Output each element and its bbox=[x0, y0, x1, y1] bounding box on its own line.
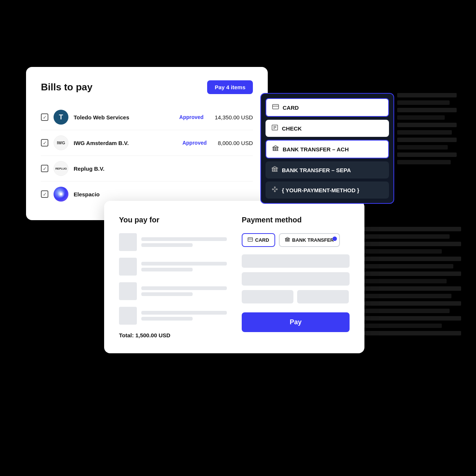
vendor-logo-iwg: IWG bbox=[54, 135, 68, 150]
pay-button[interactable]: Pay bbox=[242, 312, 350, 332]
bill-row-replug: REPLUG Replug B.V. bbox=[41, 156, 253, 181]
skel-line-3b bbox=[141, 292, 193, 296]
svg-rect-9 bbox=[273, 148, 274, 150]
svg-rect-13 bbox=[274, 169, 275, 171]
svg-rect-3 bbox=[273, 104, 279, 109]
dialog-left-title: You pay for bbox=[119, 216, 227, 224]
skel-square-2 bbox=[119, 258, 137, 276]
bill-row-toledo: T Toledo Web Services Approved 14,350.00… bbox=[41, 104, 253, 130]
pm-card-label: CARD bbox=[283, 104, 299, 111]
skel-line-3a bbox=[141, 286, 227, 290]
skeleton-item-4 bbox=[119, 307, 227, 325]
skel-line-1b bbox=[141, 243, 193, 247]
decorative-stripes-top bbox=[397, 93, 457, 167]
payment-methods-panel: CARD CHECK bbox=[260, 93, 394, 204]
bills-header: Bills to pay Pay 4 items bbox=[41, 80, 253, 94]
dialog-right-title: Payment method bbox=[242, 216, 350, 224]
checkbox-toledo[interactable] bbox=[41, 113, 48, 121]
bill-row-iwg: IWG IWG Amsterdam B.V. Approved 8,000.00… bbox=[41, 130, 253, 156]
pm-custom-option[interactable]: { YOUR-PAYMENT-METHOD } bbox=[266, 181, 389, 199]
svg-rect-26 bbox=[287, 239, 287, 241]
tab-bank-icon bbox=[285, 237, 290, 243]
skel-square-4 bbox=[119, 307, 137, 325]
skel-line-4a bbox=[141, 311, 227, 315]
pm-bank-ach-label: BANK TRANSFER – ACH bbox=[283, 146, 349, 152]
vendor-logo-replug: REPLUG bbox=[54, 161, 68, 176]
skel-line-2a bbox=[141, 262, 227, 266]
pm-bank-sepa-option[interactable]: BANK TRANSFER – SEPA bbox=[266, 161, 389, 178]
bank-ach-icon bbox=[272, 145, 279, 153]
vendor-name-replug: Replug B.V. bbox=[74, 165, 253, 172]
vendor-name-elespacio: Elespacio bbox=[74, 191, 253, 197]
tab-card-icon bbox=[248, 237, 253, 243]
svg-rect-27 bbox=[288, 239, 289, 241]
svg-point-18 bbox=[276, 189, 277, 190]
vendor-logo-elespacio bbox=[54, 187, 68, 202]
skel-lines-1 bbox=[141, 237, 227, 247]
tab-bank-transfer[interactable]: BANK TRANSFER bbox=[279, 233, 340, 247]
skel-line-2b bbox=[141, 268, 193, 271]
skel-lines-4 bbox=[141, 311, 227, 321]
svg-point-17 bbox=[274, 191, 276, 192]
svg-rect-11 bbox=[277, 148, 278, 150]
tab-bank-label: BANK TRANSFER bbox=[292, 237, 334, 243]
decorative-stripes-bottom bbox=[364, 227, 461, 338]
skeleton-item-2 bbox=[119, 258, 227, 276]
bank-sepa-icon bbox=[271, 166, 278, 174]
skel-line-1a bbox=[141, 237, 227, 241]
amount-iwg: 8,000.00 USD bbox=[218, 140, 253, 146]
dot-connector bbox=[332, 237, 337, 241]
checkbox-replug[interactable] bbox=[41, 165, 48, 172]
skeleton-item-1 bbox=[119, 233, 227, 251]
checkbox-iwg[interactable] bbox=[41, 139, 48, 147]
pm-check-label: CHECK bbox=[282, 125, 302, 132]
pm-bank-ach-option[interactable]: BANK TRANSFER – ACH bbox=[266, 140, 389, 158]
skel-square-1 bbox=[119, 233, 137, 251]
dialog-payment-method-section: Payment method CARD bbox=[242, 216, 350, 338]
svg-point-2 bbox=[60, 193, 62, 195]
bills-card: Bills to pay Pay 4 items T Toledo Web Se… bbox=[26, 67, 268, 220]
card-field-1[interactable] bbox=[242, 254, 350, 268]
status-iwg: Approved bbox=[182, 140, 206, 146]
check-icon bbox=[271, 124, 278, 132]
pm-bank-sepa-label: BANK TRANSFER – SEPA bbox=[282, 167, 351, 173]
status-toledo: Approved bbox=[179, 114, 203, 120]
scene: Bills to pay Pay 4 items T Toledo Web Se… bbox=[15, 45, 461, 409]
card-fields-row bbox=[242, 290, 350, 308]
vendor-name-iwg: IWG Amsterdam B.V. bbox=[74, 140, 177, 146]
bills-title: Bills to pay bbox=[41, 81, 93, 93]
skel-line-4b bbox=[141, 317, 193, 321]
svg-point-15 bbox=[272, 189, 273, 190]
tab-card[interactable]: CARD bbox=[242, 233, 275, 247]
svg-point-16 bbox=[274, 187, 276, 188]
tab-card-label: CARD bbox=[255, 237, 269, 243]
skel-lines-3 bbox=[141, 286, 227, 296]
dialog-pay-for-section: You pay for bbox=[119, 216, 227, 338]
pay-items-button[interactable]: Pay 4 items bbox=[207, 80, 253, 94]
vendor-logo-toledo: T bbox=[54, 110, 68, 125]
custom-method-icon bbox=[271, 186, 278, 194]
payment-dialog: You pay for bbox=[104, 201, 364, 353]
dialog-total: Total: 1,500.00 USD bbox=[119, 332, 227, 338]
skel-lines-2 bbox=[141, 262, 227, 271]
skeleton-item-3 bbox=[119, 282, 227, 300]
pm-card-option[interactable]: CARD bbox=[266, 98, 389, 117]
svg-rect-12 bbox=[272, 169, 273, 171]
svg-rect-23 bbox=[248, 238, 253, 241]
skel-square-3 bbox=[119, 282, 137, 300]
vendor-name-toledo: Toledo Web Services bbox=[74, 114, 174, 120]
svg-rect-25 bbox=[285, 239, 286, 241]
card-field-4[interactable] bbox=[297, 290, 349, 303]
checkbox-elespacio[interactable] bbox=[41, 190, 48, 198]
amount-toledo: 14,350.00 USD bbox=[215, 114, 253, 120]
svg-rect-14 bbox=[276, 169, 277, 171]
card-field-3[interactable] bbox=[242, 290, 293, 303]
pm-check-option[interactable]: CHECK bbox=[266, 120, 389, 137]
pm-custom-label: { YOUR-PAYMENT-METHOD } bbox=[282, 187, 359, 193]
svg-rect-10 bbox=[275, 148, 276, 150]
card-field-2[interactable] bbox=[242, 272, 350, 286]
card-icon bbox=[272, 103, 279, 112]
